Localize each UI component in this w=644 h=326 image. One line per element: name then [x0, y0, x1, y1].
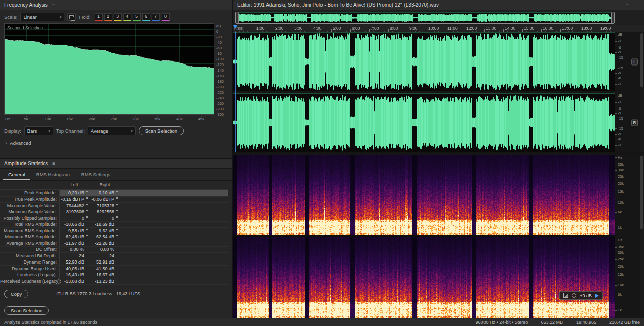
- display-value: Bars: [27, 128, 37, 134]
- hold-buttons: 12345678: [95, 13, 170, 21]
- timeline-tick-label: 15:00: [524, 26, 534, 31]
- db-tick-label: -20: [216, 35, 222, 39]
- hold-button-4[interactable]: 4: [123, 13, 131, 21]
- top-channel-select[interactable]: Average ▾: [88, 126, 136, 135]
- frequency-analysis-panel: Frequency Analysis ≡ Scale: Linear ▾ Hol…: [0, 0, 232, 158]
- stat-value: -9,58 dB: [60, 228, 84, 233]
- hold-button-6[interactable]: 6: [142, 13, 150, 21]
- hold-button-8[interactable]: 8: [162, 13, 170, 21]
- copy-graph-button[interactable]: [67, 13, 76, 21]
- panel-menu-icon[interactable]: ≡: [626, 2, 629, 8]
- stat-value: 0: [60, 216, 84, 221]
- table-row: Measured Bit Depth:2424: [0, 253, 228, 259]
- channel-badge-R[interactable]: R: [631, 119, 638, 126]
- panel-menu-icon[interactable]: ≡: [52, 161, 55, 166]
- table-row: Loudness (Legacy):-16,40 dB-16,67 dB: [0, 272, 228, 279]
- display-select[interactable]: Bars ▾: [24, 126, 53, 135]
- spectrogram-scrollbar[interactable]: [640, 155, 644, 318]
- locate-marker-icon[interactable]: [86, 216, 89, 220]
- locate-marker-icon[interactable]: [116, 197, 119, 201]
- scanned-selection-label: Scanned Selection: [7, 25, 43, 30]
- spectrogram-display: [233, 155, 615, 318]
- db-tick-label: -220: [216, 91, 224, 95]
- stat-value: 7944482: [60, 203, 84, 208]
- frequency-analysis-tab[interactable]: Frequency Analysis: [4, 2, 48, 8]
- hold-button-7[interactable]: 7: [152, 13, 160, 21]
- locate-marker-icon[interactable]: [86, 197, 89, 201]
- locate-marker-icon[interactable]: [86, 235, 89, 239]
- table-row: Minimum RMS Amplitude:-62,48 dB-62,54 dB: [0, 234, 228, 241]
- tab-general[interactable]: General: [3, 170, 30, 180]
- locate-marker-icon[interactable]: [116, 229, 119, 233]
- hz-label: 30k: [618, 168, 624, 172]
- spectrogram-left-channel[interactable]: [233, 155, 615, 235]
- spectrogram-right-channel[interactable]: [233, 237, 615, 318]
- timeline-tick-label: 18:00: [581, 26, 592, 31]
- overview-navigator: [233, 10, 644, 25]
- hud-gain-control[interactable]: +0 dB: [559, 291, 603, 300]
- panel-menu-icon[interactable]: ≡: [52, 2, 55, 8]
- hz-tick-label: 5k: [24, 117, 28, 121]
- hz-label: 6k: [618, 210, 622, 214]
- locate-marker-icon[interactable]: [86, 229, 89, 233]
- editor-title[interactable]: Editor: 1991 Adamski, Soho, Jimi Polo - …: [237, 2, 439, 8]
- db-label: -3: [618, 100, 621, 104]
- waveform-scrollbar[interactable]: [640, 32, 644, 152]
- locate-marker-icon[interactable]: [86, 210, 89, 214]
- stat-label: True Peak Amplitude:: [0, 197, 59, 202]
- hold-button-3[interactable]: 3: [114, 13, 122, 21]
- copy-button[interactable]: Copy: [4, 290, 28, 298]
- hz-label: 20k: [618, 265, 624, 269]
- stat-value: -13,23 dB: [90, 279, 114, 284]
- overview-range-box[interactable]: [235, 12, 615, 24]
- hold-button-2[interactable]: 2: [104, 13, 112, 21]
- hold-button-1[interactable]: 1: [95, 13, 103, 21]
- timeline-tick-label: 6:00: [352, 26, 360, 31]
- playhead-line[interactable]: [235, 32, 236, 152]
- scan-selection-button[interactable]: Scan Selection: [4, 306, 49, 315]
- frequency-graph-row: Scanned Selection dB0-20-40-60-80-100-12…: [4, 23, 232, 116]
- waveform-right-channel[interactable]: [233, 93, 615, 152]
- overview-waveform[interactable]: [236, 12, 614, 23]
- overview-right-handle[interactable]: [611, 12, 615, 24]
- track-area: hms1:002:003:004:005:006:007:008:009:001…: [233, 25, 644, 318]
- stat-label: Measured Bit Depth:: [0, 253, 59, 258]
- locate-marker-icon[interactable]: [116, 216, 119, 220]
- scan-selection-button[interactable]: Scan Selection: [139, 126, 184, 135]
- hz-label: 1k: [618, 226, 622, 230]
- scale-select[interactable]: Linear ▾: [20, 13, 64, 21]
- workspace: Frequency Analysis ≡ Scale: Linear ▾ Hol…: [0, 0, 644, 318]
- timeline-tick-label: 9:00: [409, 26, 418, 31]
- db-label: -15: [618, 117, 623, 121]
- timeline-corner: [615, 25, 644, 32]
- tab-rms-histogram[interactable]: RMS Histogram: [31, 170, 75, 180]
- locate-marker-icon[interactable]: [116, 191, 119, 195]
- frequency-graph[interactable]: Scanned Selection: [4, 23, 214, 115]
- playhead-marker[interactable]: [233, 25, 237, 29]
- advanced-disclosure[interactable]: › Advanced: [0, 137, 232, 149]
- locate-marker-icon[interactable]: [86, 191, 89, 195]
- hz-label: 30k: [618, 251, 624, 255]
- tab-rms-settings[interactable]: RMS Settings: [76, 170, 115, 180]
- amplitude-statistics-tab[interactable]: Amplitude Statistics: [4, 161, 48, 166]
- stat-label: Maximum Sample Value:: [0, 203, 59, 208]
- display-label: Display:: [4, 128, 21, 134]
- amplitude-statistics-panel: Amplitude Statistics ≡ GeneralRMS Histog…: [0, 159, 232, 318]
- db-label: dB: [618, 94, 622, 98]
- spec-hz-ruler-R: Hz35k30k25k20k15k10k6k1k: [615, 237, 640, 318]
- hold-button-5[interactable]: 5: [133, 13, 141, 21]
- locate-marker-icon[interactable]: [86, 204, 89, 208]
- locate-marker-icon[interactable]: [116, 235, 119, 239]
- waveform-display: [233, 32, 615, 152]
- timeline-ruler[interactable]: hms1:002:003:004:005:006:007:008:009:001…: [233, 25, 615, 32]
- stat-value: 41,50 dB: [90, 266, 114, 271]
- overview-left-handle[interactable]: [235, 12, 239, 24]
- locate-marker-icon[interactable]: [116, 210, 119, 214]
- waveform-left-channel[interactable]: [233, 32, 615, 91]
- locate-marker-icon[interactable]: [116, 204, 119, 208]
- frequency-spectrum-canvas[interactable]: [5, 24, 214, 114]
- channel-badge-L[interactable]: L: [631, 58, 638, 65]
- db-tick-label: -280: [216, 107, 224, 111]
- timeline-tick-label: 4:00: [313, 26, 322, 31]
- stat-label: Minimum Sample Value:: [0, 209, 59, 214]
